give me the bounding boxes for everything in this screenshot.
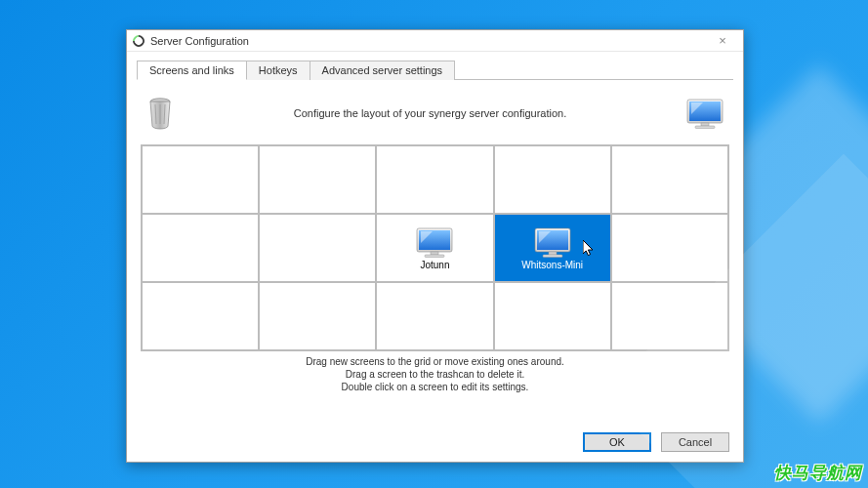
grid-cell-screen[interactable]: Jotunn (376, 214, 493, 282)
tab-hotkeys[interactable]: Hotkeys (246, 61, 310, 80)
close-icon[interactable]: × (708, 30, 737, 52)
grid-cell[interactable] (142, 282, 259, 350)
grid-cell[interactable] (611, 145, 728, 214)
tab-area: Screens and links Hotkeys Advanced serve… (127, 52, 743, 80)
monitor-icon (415, 226, 454, 258)
grid-cell[interactable] (611, 214, 728, 282)
tab-strip: Screens and links Hotkeys Advanced serve… (137, 60, 733, 80)
grid-cell[interactable] (259, 282, 376, 350)
screen-label: Whitsons-Mini (521, 260, 583, 270)
tab-label: Hotkeys (259, 64, 298, 76)
grid-cell[interactable] (494, 282, 611, 350)
grid-cell[interactable] (376, 145, 493, 214)
button-label: Cancel (679, 436, 712, 448)
button-label: OK (609, 436, 625, 448)
watermark: 快马导航网 (774, 462, 862, 484)
dialog-button-bar: OK Cancel (127, 423, 743, 462)
grid-cell[interactable] (611, 282, 728, 350)
config-header-row: Configure the layout of your synergy ser… (141, 86, 729, 141)
tab-label: Advanced server settings (322, 64, 443, 76)
screen-label: Jotunn (420, 260, 449, 270)
grid-cell[interactable] (259, 145, 376, 214)
screen-grid[interactable]: Jotunn Whitsons-Mini (141, 144, 729, 351)
grid-cell[interactable] (494, 145, 611, 214)
tab-advanced-server-settings[interactable]: Advanced server settings (310, 61, 456, 80)
tab-label: Screens and links (149, 64, 234, 76)
instruction-line: Drag new screens to the grid or move exi… (141, 355, 729, 368)
grid-cell[interactable] (142, 145, 259, 214)
new-screen-source[interactable] (681, 98, 729, 129)
server-config-window: Server Configuration × Screens and links… (126, 29, 744, 463)
instruction-line: Drag a screen to the trashcan to delete … (141, 368, 729, 381)
grid-cell-screen-selected[interactable]: Whitsons-Mini (494, 214, 611, 282)
trashcan-icon (146, 97, 174, 130)
ok-button[interactable]: OK (583, 432, 651, 452)
instruction-top: Configure the layout of your synergy ser… (180, 107, 681, 119)
tab-content-screens: Configure the layout of your synergy ser… (127, 80, 743, 423)
grid-cell[interactable] (142, 214, 259, 282)
app-icon (131, 32, 147, 49)
instruction-line: Double click on a screen to edit its set… (141, 381, 729, 393)
cancel-button[interactable]: Cancel (661, 432, 729, 452)
instruction-bottom: Drag new screens to the grid or move exi… (141, 355, 729, 393)
grid-cell[interactable] (259, 214, 376, 282)
grid-cell[interactable] (376, 282, 493, 350)
window-title: Server Configuration (150, 35, 249, 47)
titlebar[interactable]: Server Configuration × (127, 30, 743, 52)
tab-screens-and-links[interactable]: Screens and links (137, 61, 247, 80)
trashcan-dropzone[interactable] (141, 97, 180, 130)
monitor-icon (533, 226, 572, 258)
monitor-icon (685, 98, 724, 129)
